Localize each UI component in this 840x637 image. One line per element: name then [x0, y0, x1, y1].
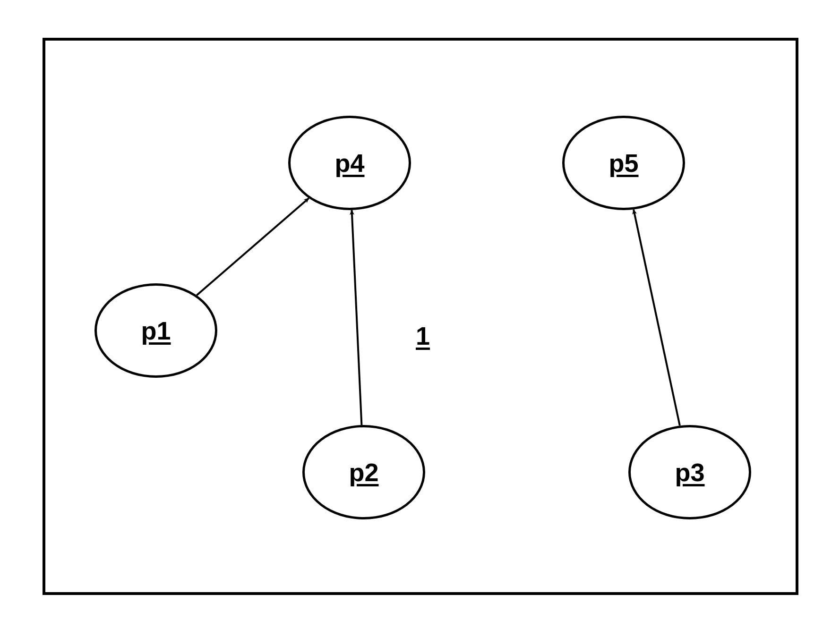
node-p5-label: p5 — [609, 150, 638, 176]
node-p4-label: p4 — [334, 150, 364, 176]
node-p3: p3 — [628, 425, 751, 519]
edge-p3-p5 — [634, 210, 680, 426]
edge-p1-p4 — [197, 198, 309, 295]
node-p1-label: p1 — [141, 318, 171, 343]
node-p2: p2 — [302, 425, 425, 519]
figure-number: 1 — [416, 321, 430, 350]
diagram-canvas: p1 p2 p3 p4 p5 1 — [0, 0, 840, 637]
node-p2-label: p2 — [349, 459, 378, 485]
node-p4: p4 — [288, 116, 411, 210]
node-p5: p5 — [562, 116, 685, 210]
node-p1: p1 — [94, 283, 217, 378]
node-p3-label: p3 — [675, 459, 704, 485]
edge-p2-p4 — [352, 210, 362, 425]
